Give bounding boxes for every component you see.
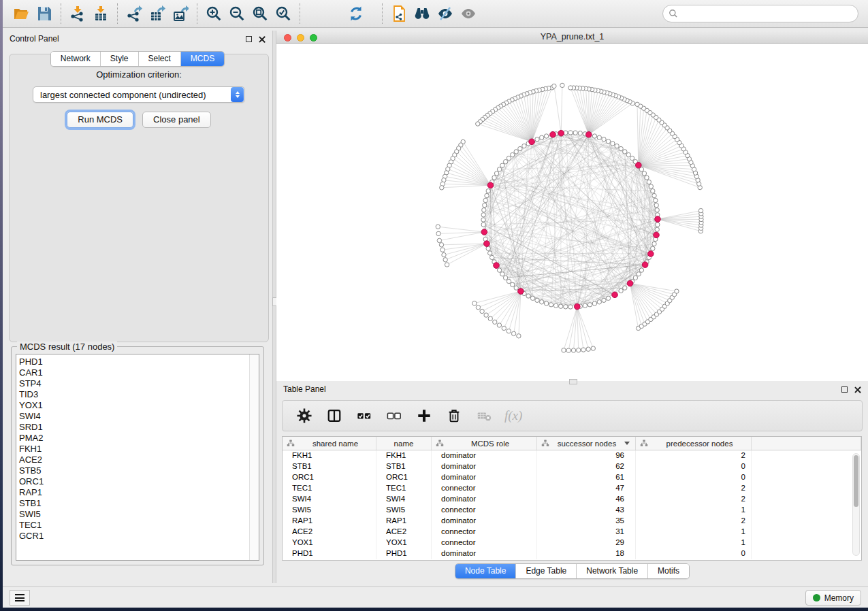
result-list-scrollbar[interactable] <box>249 354 259 560</box>
mcds-result-item[interactable]: YOX1 <box>19 400 259 411</box>
export-table-button[interactable] <box>147 3 167 24</box>
run-mcds-button[interactable]: Run MCDS <box>67 112 133 128</box>
mcds-result-item[interactable]: RAP1 <box>19 487 259 498</box>
tab-style[interactable]: Style <box>100 52 138 66</box>
optimization-dropdown[interactable]: largest connected component (undirected) <box>33 86 245 103</box>
task-history-button[interactable] <box>10 590 30 606</box>
tab-edge-table[interactable]: Edge Table <box>515 564 576 578</box>
tab-motifs[interactable]: Motifs <box>647 564 689 578</box>
table-scrollbar-thumb[interactable] <box>854 455 858 507</box>
horizontal-splitter-handle[interactable] <box>569 379 577 384</box>
save-session-button[interactable] <box>34 3 54 24</box>
find-button[interactable] <box>412 3 432 24</box>
close-panel-button[interactable]: Close panel <box>142 112 211 128</box>
import-network-button[interactable] <box>67 3 88 24</box>
mcds-result-item[interactable]: STB1 <box>19 498 259 509</box>
search-input[interactable] <box>662 5 858 22</box>
mcds-result-item[interactable]: SWI4 <box>19 411 259 422</box>
table-panel: Table Panel f(x) shared namenameMCDS rol… <box>276 381 868 583</box>
memory-label: Memory <box>824 593 854 603</box>
tab-network-table[interactable]: Network Table <box>576 564 647 578</box>
zoom-selected-button[interactable] <box>273 3 293 24</box>
table-row[interactable]: RAP1RAP1dominator352 <box>283 516 861 527</box>
select-all-button[interactable] <box>355 406 374 425</box>
mcds-panel: Optimization criterion: largest connecte… <box>9 54 269 342</box>
table-row[interactable]: FKH1FKH1dominator962 <box>283 450 861 461</box>
add-button[interactable] <box>415 406 434 425</box>
table-row[interactable]: SWI4SWI4dominator462 <box>283 494 861 505</box>
table-scrollbar[interactable] <box>852 453 860 556</box>
delete-table-icon <box>477 408 492 423</box>
import-table-icon <box>93 5 109 22</box>
delete-table-button[interactable] <box>475 406 494 425</box>
application-window: Control Panel NetworkStyleSelectMCDS Opt… <box>3 0 868 608</box>
table-row[interactable]: TEC1TEC1connector472 <box>283 483 861 494</box>
columns-button[interactable] <box>325 406 344 425</box>
mcds-result-item[interactable]: ACE2 <box>19 455 259 465</box>
export-table-icon <box>149 5 165 22</box>
gear-button[interactable] <box>295 406 314 425</box>
mcds-result-item[interactable]: ORC1 <box>19 476 259 487</box>
open-session-button[interactable] <box>11 3 31 24</box>
float-table-panel-icon[interactable] <box>841 386 848 393</box>
tab-network[interactable]: Network <box>51 52 100 66</box>
mcds-result-item[interactable]: GCR1 <box>19 531 259 542</box>
show-all-button[interactable] <box>458 3 479 24</box>
refresh-button[interactable] <box>346 3 366 24</box>
table-row[interactable]: ACE2ACE2connector311 <box>283 527 861 538</box>
float-panel-icon[interactable] <box>246 36 252 42</box>
zoom-out-button[interactable] <box>227 3 247 24</box>
mcds-result-list[interactable]: PHD1CAR1STP4TID3YOX1SWI4SRD1PMA2FKH1ACE2… <box>16 354 259 561</box>
mcds-result-item[interactable]: STB5 <box>19 465 259 476</box>
close-table-panel-icon[interactable] <box>854 386 861 393</box>
main-toolbar <box>3 0 868 28</box>
delete-button[interactable] <box>445 406 464 425</box>
hide-selected-button[interactable] <box>435 3 455 24</box>
mcds-result-title: MCDS result (17 nodes) <box>17 342 117 352</box>
show-all-icon <box>460 5 477 22</box>
column-header-predecessor-nodes[interactable]: predecessor nodes <box>636 437 752 450</box>
function-builder-button[interactable]: f(x) <box>504 408 522 423</box>
mcds-result-group: MCDS result (17 nodes) PHD1CAR1STP4TID3Y… <box>11 346 264 565</box>
search-icon <box>669 9 678 18</box>
mcds-result-item[interactable]: SWI5 <box>19 509 259 520</box>
export-network-icon <box>126 5 142 22</box>
column-header-filler <box>752 437 861 450</box>
tree-icon <box>436 440 444 448</box>
mcds-result-item[interactable]: STP4 <box>19 378 259 389</box>
tab-mcds[interactable]: MCDS <box>180 52 224 66</box>
deselect-all-button[interactable] <box>385 406 404 425</box>
clone-network-button[interactable] <box>389 3 409 24</box>
column-header-shared-name[interactable]: shared name <box>283 437 376 450</box>
network-window-titlebar[interactable]: YPA_prune.txt_1 <box>276 31 868 44</box>
column-header-successor-nodes[interactable]: successor nodes <box>537 437 636 450</box>
network-canvas[interactable] <box>276 44 868 381</box>
export-image-button[interactable] <box>170 3 191 24</box>
mcds-result-item[interactable]: PHD1 <box>19 357 259 367</box>
table-row[interactable]: YOX1YOX1connector291 <box>283 538 861 548</box>
export-network-button[interactable] <box>124 3 144 24</box>
toolbar-separator <box>300 3 300 24</box>
mcds-result-item[interactable]: TEC1 <box>19 520 259 531</box>
mcds-result-item[interactable]: PMA2 <box>19 433 259 444</box>
column-header-name[interactable]: name <box>376 437 432 450</box>
import-table-button[interactable] <box>91 3 111 24</box>
tab-node-table[interactable]: Node Table <box>455 564 516 578</box>
table-row[interactable]: STB1STB1dominator620 <box>283 461 861 472</box>
zoom-fit-button[interactable] <box>250 3 270 24</box>
table-row[interactable]: SWI5SWI5connector431 <box>283 505 861 516</box>
column-header-MCDS-role[interactable]: MCDS role <box>432 437 537 450</box>
optimization-label: Optimization criterion: <box>10 69 268 80</box>
close-panel-icon[interactable] <box>258 35 266 43</box>
network-graph[interactable] <box>276 44 868 381</box>
tab-select[interactable]: Select <box>138 52 180 66</box>
table-tabs: Node TableEdge TableNetwork TableMotifs <box>276 563 868 579</box>
table-row[interactable]: ORC1ORC1dominator610 <box>283 472 861 483</box>
mcds-result-item[interactable]: SRD1 <box>19 422 259 433</box>
mcds-result-item[interactable]: FKH1 <box>19 444 259 455</box>
memory-button[interactable]: Memory <box>805 590 861 606</box>
table-row[interactable]: PHD1PHD1dominator180 <box>283 548 861 559</box>
zoom-in-button[interactable] <box>204 3 224 24</box>
mcds-result-item[interactable]: TID3 <box>19 389 259 400</box>
mcds-result-item[interactable]: CAR1 <box>19 367 259 378</box>
